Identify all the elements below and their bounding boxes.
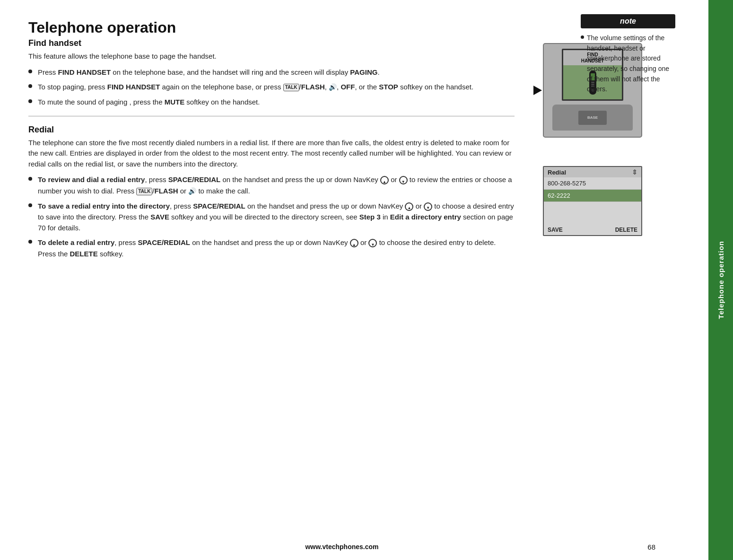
- list-item: To stop paging, press FIND HANDSET again…: [28, 81, 515, 93]
- page-footer: www.vtechphones.com 68: [0, 543, 684, 551]
- main-content: Telephone operation Find handset This fe…: [0, 0, 708, 560]
- footer-url: www.vtechphones.com: [305, 543, 378, 551]
- bold-text: FLASH: [301, 83, 325, 91]
- arrow-down: [371, 238, 375, 249]
- note-content: The volume settings of the handset, head…: [581, 33, 675, 95]
- talk-icon: TALK: [136, 188, 152, 195]
- redial-display: Redial ⇕ 800-268-5275 62-2222 SAVE DELET…: [543, 166, 642, 236]
- right-sidebar: Telephone operation: [708, 0, 733, 560]
- delete-label: DELETE: [615, 227, 637, 233]
- base-screen: BASE: [578, 111, 607, 125]
- list-item: To delete a redial entry, press SPACE/RE…: [28, 237, 515, 259]
- find-handset-title: Find handset: [28, 38, 515, 48]
- find-handset-bullets: Press FIND HANDSET on the telephone base…: [28, 67, 515, 107]
- bold-text: To review and dial a redial entry: [38, 175, 145, 184]
- speaker-icon: 🔊: [188, 186, 196, 197]
- bold-text: To delete a redial entry: [38, 238, 114, 246]
- arrow-left-icon: [533, 86, 542, 95]
- bold-text: SAVE: [150, 213, 169, 221]
- bullet-text: To save a redial entry into the director…: [38, 201, 515, 234]
- bullet-text: To delete a redial entry, press SPACE/RE…: [38, 237, 515, 259]
- bold-text: Step 3: [359, 213, 381, 221]
- note-bullet-dot: [581, 35, 584, 39]
- redial-intro: The telephone can store the five most re…: [28, 138, 515, 170]
- redial-spacer: [544, 202, 641, 215]
- bullet-dot: [28, 177, 32, 181]
- bullet-text: Press FIND HANDSET on the telephone base…: [38, 67, 380, 78]
- redial-footer: SAVE DELETE: [544, 225, 641, 235]
- redial-display-header: Redial ⇕: [544, 167, 641, 177]
- bullet-dot: [28, 240, 32, 244]
- up-down-indicator: ⇕: [632, 168, 637, 176]
- bullet-dot: [28, 70, 32, 73]
- bold-text: SPACE/REDIAL: [193, 202, 245, 210]
- nav-up-icon: [380, 176, 389, 184]
- bold-text: FIND HANDSET: [107, 83, 160, 91]
- bullet-dot: [28, 203, 32, 207]
- nav-down-icon: [399, 176, 408, 184]
- bold-text: SPACE/REDIAL: [168, 175, 221, 184]
- bold-text: PAGING: [350, 68, 377, 76]
- bold-text: OFF: [340, 83, 355, 91]
- nav-down-icon: [424, 202, 432, 211]
- bold-text: DELETE: [70, 250, 98, 258]
- base-unit: BASE: [552, 105, 633, 131]
- bullet-text: To stop paging, press FIND HANDSET again…: [38, 81, 473, 93]
- note-header: note: [581, 14, 675, 28]
- nav-down-icon: [368, 239, 377, 247]
- redial-spacer-2: [544, 215, 641, 225]
- list-item: To save a redial entry into the director…: [28, 201, 515, 234]
- list-item: Press FIND HANDSET on the telephone base…: [28, 67, 515, 78]
- section-divider: [28, 116, 515, 116]
- nav-up-icon: [405, 202, 413, 211]
- bold-text: FLASH: [155, 187, 178, 195]
- redial-title: Redial: [28, 125, 515, 135]
- redial-bullets: To review and dial a redial entry, press…: [28, 174, 515, 259]
- note-text: The volume settings of the handset, head…: [587, 33, 675, 95]
- arrow-up: [352, 238, 356, 249]
- save-label: SAVE: [548, 227, 563, 233]
- arrow-down: [426, 201, 430, 212]
- bold-text: Edit a directory entry: [390, 213, 461, 221]
- find-handset-intro: This feature allows the telephone base t…: [28, 51, 515, 62]
- note-box: note The volume settings of the handset,…: [581, 14, 675, 95]
- arrow-down: [401, 175, 405, 186]
- bullet-dot: [28, 99, 32, 103]
- redial-label: Redial: [548, 169, 566, 176]
- redial-entry-1: 800-268-5275: [544, 177, 641, 190]
- redial-entry-2: 62-2222: [544, 190, 641, 202]
- arrow-up: [383, 175, 386, 186]
- sidebar-tab-label: Telephone operation: [717, 241, 725, 319]
- nav-up-icon: [350, 239, 358, 247]
- talk-icon: TALK: [283, 84, 299, 91]
- bold-text: FIND HANDSET: [58, 68, 111, 76]
- list-item: To mute the sound of paging , press the …: [28, 96, 515, 107]
- page-container: Telephone operation Find handset This fe…: [0, 0, 733, 560]
- arrow-up: [408, 201, 411, 212]
- base-screen-text: BASE: [587, 115, 598, 120]
- list-item: To review and dial a redial entry, press…: [28, 174, 515, 196]
- left-column: Find handset This feature allows the tel…: [28, 38, 529, 268]
- bullet-text: To review and dial a redial entry, press…: [38, 174, 515, 196]
- bold-text: MUTE: [165, 98, 185, 106]
- bullet-text: To mute the sound of paging , press the …: [38, 96, 260, 107]
- bold-text: STOP: [379, 83, 398, 91]
- bold-text: To save a redial entry into the director…: [38, 202, 170, 210]
- page-number: 68: [647, 543, 655, 551]
- bullet-dot: [28, 84, 32, 88]
- bold-text: SPACE/REDIAL: [138, 238, 190, 246]
- speaker-icon: 🔊: [329, 82, 337, 93]
